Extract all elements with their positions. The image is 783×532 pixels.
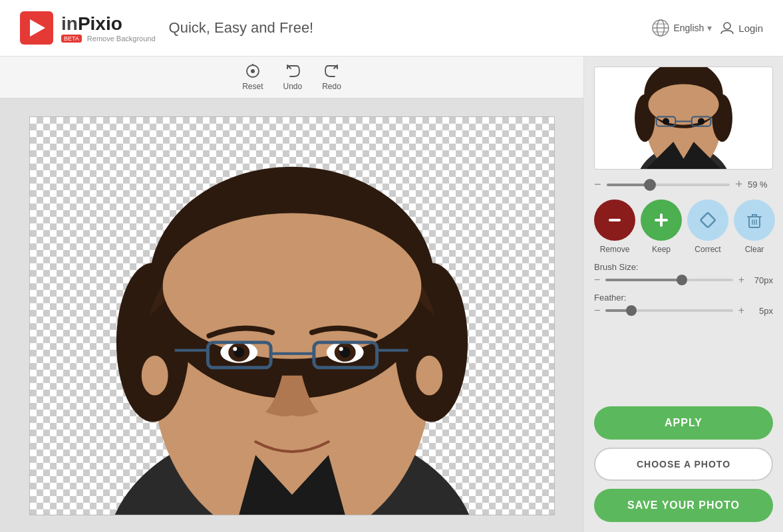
toolbar: Reset Undo Redo (0, 57, 583, 98)
logo-subtitle: Remove Background (87, 35, 156, 43)
preview-image (595, 67, 772, 169)
clear-tool-label: Clear (745, 245, 764, 254)
zoom-slider[interactable] (607, 184, 730, 186)
login-label: Login (738, 23, 763, 34)
plus-icon (651, 210, 671, 230)
feather-slider[interactable] (605, 309, 732, 312)
svg-point-25 (339, 346, 343, 350)
reset-icon (245, 63, 261, 79)
logo-text-area: inPixio BETA Remove Background (61, 13, 156, 43)
remove-tool-button[interactable] (594, 200, 635, 241)
save-photo-button[interactable]: SAVE YOUR PHOTO (594, 489, 773, 522)
svg-point-41 (648, 84, 718, 125)
minus-icon (605, 210, 625, 230)
globe-icon (651, 19, 670, 37)
correct-tool[interactable]: Correct (687, 200, 728, 254)
tools-row: Remove Keep Correct (594, 200, 773, 254)
language-selector[interactable]: English ▾ (651, 19, 712, 37)
svg-point-17 (162, 213, 421, 358)
trash-icon (744, 209, 765, 231)
remove-tool[interactable]: Remove (594, 200, 635, 254)
remove-tool-label: Remove (600, 245, 630, 254)
logo-name: inPixio (61, 13, 156, 35)
zoom-plus-icon[interactable]: + (735, 178, 742, 192)
svg-point-32 (416, 355, 442, 395)
zoom-out-icon[interactable]: − (594, 178, 601, 192)
language-label: English (673, 23, 704, 33)
feather-min-icon: − (594, 305, 600, 317)
reset-button[interactable]: Reset (242, 63, 263, 91)
svg-point-46 (698, 118, 705, 125)
tagline: Quick, Easy and Free! (169, 19, 314, 37)
feather-plus-icon: + (738, 305, 744, 317)
canvas-container[interactable] (29, 116, 555, 515)
svg-point-31 (141, 355, 168, 395)
zoom-row: − + 59 % (594, 178, 773, 192)
right-panel: − + 59 % Remove (583, 57, 783, 532)
main-layout: Reset Undo Redo (0, 57, 783, 532)
svg-point-9 (251, 69, 255, 73)
sliders-section: Brush Size: − + 70px Feather: − (594, 262, 773, 317)
brush-size-label: Brush Size: (594, 262, 773, 272)
login-button[interactable]: Login (720, 21, 763, 35)
keep-tool[interactable]: Keep (641, 200, 682, 254)
clear-tool[interactable]: Clear (734, 200, 775, 254)
header-right: English ▾ Login (651, 19, 763, 37)
logo-icon (20, 11, 53, 45)
chevron-down-icon: ▾ (707, 23, 712, 33)
feather-value: 5px (750, 306, 773, 316)
zoom-value: 59 % (748, 180, 773, 190)
logo-area: inPixio BETA Remove Background (20, 11, 156, 45)
correct-tool-label: Correct (695, 245, 720, 254)
correct-icon (697, 209, 719, 231)
brush-size-slider[interactable] (605, 279, 732, 281)
svg-point-45 (663, 118, 669, 125)
user-icon (720, 21, 734, 35)
correct-tool-button[interactable] (687, 200, 728, 241)
preview-thumbnail (594, 66, 773, 170)
apply-button[interactable]: APPLY (594, 406, 773, 440)
header: inPixio BETA Remove Background Quick, Ea… (0, 0, 783, 57)
svg-point-21 (233, 346, 237, 350)
undo-button[interactable]: Undo (283, 63, 302, 91)
choose-photo-button[interactable]: CHOOSE A PHOTO (594, 448, 773, 481)
keep-tool-button[interactable] (641, 200, 682, 241)
brush-size-plus-icon: + (738, 274, 744, 286)
keep-tool-label: Keep (652, 245, 671, 254)
brush-size-value: 70px (750, 275, 773, 285)
svg-rect-50 (701, 213, 716, 228)
brush-size-min-icon: − (594, 274, 600, 286)
feather-row: − + 5px (594, 305, 773, 317)
canvas-area: Reset Undo Redo (0, 57, 583, 532)
redo-button[interactable]: Redo (322, 63, 341, 91)
undo-icon (285, 63, 301, 79)
image-canvas[interactable] (0, 99, 583, 532)
clear-tool-button[interactable] (734, 200, 775, 241)
feather-label: Feather: (594, 293, 773, 303)
brush-size-row: − + 70px (594, 274, 773, 286)
redo-icon (324, 63, 340, 79)
beta-badge: BETA (61, 35, 82, 43)
svg-point-7 (724, 23, 730, 29)
subject-image (30, 117, 554, 515)
